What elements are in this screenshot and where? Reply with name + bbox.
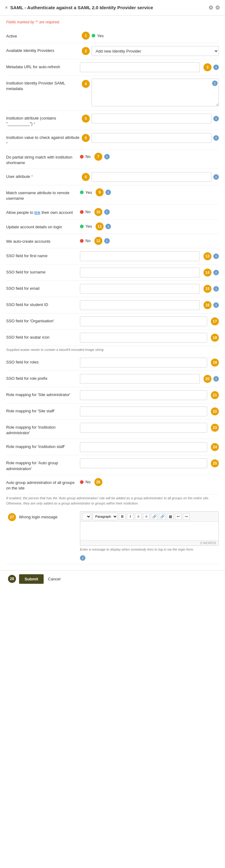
- editor-bold-btn[interactable]: B: [119, 513, 126, 520]
- rich-editor: Paragraph B I ≡ ≡ 🔗 🔗 ▦ ↩ ↪ 0 WORDS: [80, 511, 219, 546]
- wrong-login-info-icon[interactable]: i: [80, 555, 85, 561]
- sso-surname-input[interactable]: [80, 268, 200, 277]
- role-autogroup-label: Role mapping for 'Auto groupadministrati…: [6, 458, 80, 471]
- available-idp-label: Available Identity Providers: [6, 46, 80, 54]
- wrong-login-control: Paragraph B I ≡ ≡ 🔗 🔗 ▦ ↩ ↪ 0 WORDS: [80, 511, 219, 561]
- gear2-icon[interactable]: ⚙: [215, 4, 220, 11]
- auto-create-info-icon[interactable]: i: [104, 238, 110, 244]
- submit-button[interactable]: Submit: [19, 574, 44, 584]
- header: × SAML - Authenticate against a SAML 2.0…: [0, 0, 225, 16]
- gear-icon[interactable]: ⚙: [208, 4, 213, 11]
- role-institution-staff-label: Role mapping for 'Institution staff': [6, 442, 80, 450]
- allow-link-label: Allow people to link their own account: [6, 208, 80, 215]
- update-account-radio[interactable]: Yes: [80, 224, 92, 228]
- metadata-url-input[interactable]: [80, 62, 200, 72]
- metadata-url-info-icon[interactable]: i: [213, 64, 219, 70]
- institution-attr-label: Institution attribute (contains"________…: [6, 114, 80, 127]
- editor-undo-btn[interactable]: ↩: [175, 513, 182, 520]
- match-username-info-icon[interactable]: i: [106, 190, 111, 195]
- rich-editor-content[interactable]: [80, 522, 219, 540]
- sso-email-info-icon[interactable]: i: [213, 286, 219, 291]
- auto-group-all-radio-label: No: [85, 479, 91, 484]
- sso-role-prefix-input[interactable]: [80, 374, 200, 384]
- close-icon[interactable]: ×: [5, 5, 8, 10]
- user-attr-control: 8 i: [80, 172, 219, 182]
- allow-link-radio[interactable]: No: [80, 210, 91, 214]
- editor-format-select[interactable]: Paragraph: [92, 513, 118, 520]
- sso-avatar-hint: Supplied avatar needs to contain a base6…: [6, 346, 219, 355]
- match-username-radio[interactable]: Yes: [80, 190, 92, 195]
- editor-unlink-btn[interactable]: 🔗: [159, 513, 166, 520]
- sso-organisation-input[interactable]: [80, 316, 207, 326]
- institution-saml-info-icon[interactable]: i: [212, 81, 218, 86]
- sso-email-row: SSO field for email 15 i: [6, 281, 219, 297]
- sso-firstname-info-icon[interactable]: i: [213, 253, 219, 259]
- rich-editor-toolbar: Paragraph B I ≡ ≡ 🔗 🔗 ▦ ↩ ↪: [80, 512, 219, 522]
- match-username-control: Yes 9 i: [80, 188, 219, 196]
- institution-value-info-icon[interactable]: i: [213, 135, 219, 141]
- match-username-radio-dot: [80, 190, 84, 194]
- editor-link-btn[interactable]: 🔗: [151, 513, 158, 520]
- editor-style-select[interactable]: [82, 513, 91, 520]
- step-badge-25: 25: [211, 459, 219, 467]
- update-account-info-icon[interactable]: i: [106, 224, 111, 229]
- sso-studentid-info-icon[interactable]: i: [213, 302, 219, 308]
- sso-surname-info-icon[interactable]: i: [213, 270, 219, 275]
- institution-attr-info-icon[interactable]: i: [213, 116, 219, 121]
- user-attr-info-icon[interactable]: i: [213, 174, 219, 180]
- role-institution-staff-input[interactable]: [80, 442, 207, 452]
- editor-ol-btn[interactable]: ≡: [143, 513, 150, 520]
- step-badge-17: 17: [211, 317, 219, 326]
- role-site-admin-input[interactable]: [80, 390, 207, 400]
- metadata-url-label: Metadata URL for auto-refresh: [6, 62, 80, 70]
- step-badge-12: 12: [94, 237, 102, 245]
- auto-group-all-label: Auto group administration of all groups …: [6, 478, 80, 491]
- sso-roles-label: SSO field for roles: [6, 358, 80, 365]
- partial-string-radio[interactable]: No: [80, 154, 91, 159]
- step-badge-18: 18: [211, 334, 219, 342]
- step-badge-15: 15: [203, 285, 212, 293]
- role-institution-admin-input[interactable]: [80, 423, 207, 433]
- sso-surname-control: 14 i: [80, 268, 219, 277]
- role-site-staff-input[interactable]: [80, 406, 207, 416]
- editor-ul-btn[interactable]: ≡: [135, 513, 142, 520]
- link-link[interactable]: link: [34, 210, 40, 215]
- step-badge-11: 11: [95, 222, 104, 230]
- auto-group-all-radio[interactable]: No: [80, 479, 91, 484]
- page-title: SAML - Authenticate against a SAML 2.0 I…: [10, 4, 153, 11]
- required-note: Fields marked by '*' are required.: [6, 20, 219, 24]
- editor-img-btn[interactable]: ▦: [167, 513, 174, 520]
- institution-saml-textarea[interactable]: [92, 79, 219, 106]
- allow-link-info-icon[interactable]: i: [104, 209, 110, 215]
- available-idp-select[interactable]: Add new Identity Provider: [92, 46, 219, 56]
- auto-create-radio[interactable]: No: [80, 239, 91, 243]
- editor-italic-btn[interactable]: I: [127, 513, 134, 520]
- step-badge-4: 4: [82, 80, 90, 88]
- cancel-button[interactable]: Cancel: [47, 574, 61, 584]
- step-badge-10: 10: [94, 208, 102, 216]
- partial-string-info-icon[interactable]: i: [104, 154, 110, 159]
- partial-string-row: Do partial string match with institution…: [6, 150, 219, 169]
- step-badge-9: 9: [95, 188, 104, 196]
- sso-role-prefix-control: 20 i: [80, 374, 219, 384]
- institution-value-label: Institution value to check against attri…: [6, 133, 80, 146]
- sso-roles-input[interactable]: [80, 358, 207, 368]
- sso-firstname-input[interactable]: [80, 251, 200, 261]
- sso-roles-row: SSO field for roles 19: [6, 354, 219, 371]
- sso-role-prefix-info-icon[interactable]: i: [213, 376, 219, 382]
- editor-redo-btn[interactable]: ↪: [183, 513, 190, 520]
- sso-studentid-row: SSO field for student ID 16 i: [6, 297, 219, 313]
- sso-studentid-input[interactable]: [80, 300, 200, 310]
- sso-email-input[interactable]: [80, 284, 200, 294]
- sso-avatar-input[interactable]: [80, 333, 207, 343]
- step-badge-3: 3: [203, 63, 212, 71]
- wrong-login-label: 27 Wrong login message: [6, 511, 80, 521]
- role-autogroup-input[interactable]: [80, 458, 207, 468]
- user-attr-input[interactable]: [92, 172, 212, 182]
- active-radio[interactable]: Yes: [92, 33, 104, 38]
- institution-value-input[interactable]: [92, 133, 212, 143]
- page-container: × SAML - Authenticate against a SAML 2.0…: [0, 0, 225, 868]
- sso-avatar-control: 18: [80, 333, 219, 343]
- institution-attr-input[interactable]: [92, 114, 212, 124]
- auto-group-all-radio-dot: [80, 480, 84, 484]
